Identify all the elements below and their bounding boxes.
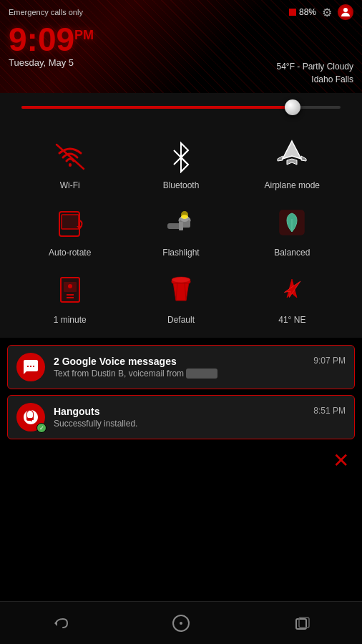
qs-bluetooth[interactable]: Bluetooth — [138, 135, 224, 190]
recent-button[interactable] — [288, 609, 316, 638]
autorotate-label: Auto-rotate — [49, 248, 91, 258]
compass-label: 41° NE — [278, 315, 305, 325]
gvoice-time: 9:07 PM — [313, 356, 346, 366]
flashlight-label: Flashlight — [162, 248, 199, 258]
brightness-slider-section[interactable] — [0, 93, 362, 122]
blurred-number — [186, 369, 217, 379]
emergency-text: Emergency calls only — [9, 8, 83, 16]
back-button[interactable] — [46, 609, 74, 638]
status-bar: Emergency calls only 88% ⚙ 9:09PM Tuesda… — [0, 0, 362, 93]
gvoice-icon — [16, 353, 45, 381]
qs-balanced[interactable]: Balanced — [249, 202, 335, 258]
svg-marker-33 — [54, 620, 57, 626]
flashlight-icon — [160, 202, 202, 243]
qs-default[interactable]: Default — [138, 269, 224, 325]
bluetooth-label: Bluetooth — [163, 180, 200, 190]
location-text: Idaho Falls — [276, 73, 353, 86]
qs-row-2: Auto-rotate Flashlight — [0, 196, 362, 263]
airplane-label: Airplane mode — [265, 180, 320, 190]
svg-marker-5 — [181, 157, 188, 172]
qs-airplane[interactable]: Airplane mode — [249, 135, 335, 190]
airplane-icon — [271, 135, 313, 176]
qs-wifi[interactable]: Wi-Fi — [27, 135, 113, 190]
battery-icon — [289, 9, 296, 16]
qs-row-3: 1 minute Default — [0, 263, 362, 331]
close-button[interactable]: ✕ — [333, 451, 349, 471]
wifi-label: Wi-Fi — [60, 180, 80, 190]
svg-point-0 — [343, 8, 348, 12]
slider-thumb[interactable] — [285, 99, 300, 115]
battery-percent: 88% — [299, 7, 316, 17]
svg-point-28 — [172, 277, 190, 283]
nav-bar — [0, 601, 362, 644]
quick-settings: Wi-Fi Bluetooth — [0, 122, 362, 338]
svg-marker-4 — [181, 143, 188, 157]
notif-hangouts[interactable]: ✓ Hangouts 8:51 PM Successfully installe… — [7, 395, 355, 439]
battery-indicator: 88% — [289, 7, 316, 17]
default-label: Default — [167, 315, 195, 325]
svg-rect-9 — [62, 215, 79, 229]
compass-icon — [271, 269, 313, 311]
balanced-icon — [271, 202, 313, 243]
gvoice-title: 2 Google Voice messages — [54, 356, 177, 367]
default-icon — [160, 269, 202, 311]
hangouts-body: Hangouts 8:51 PM Successfully installed. — [54, 406, 346, 429]
weather-section: 54°F - Partly Cloudy Idaho Falls — [276, 60, 353, 86]
qs-1minute[interactable]: 1 minute — [27, 269, 113, 325]
1minute-label: 1 minute — [54, 315, 87, 325]
home-button[interactable] — [167, 609, 195, 638]
notifications-section: 2 Google Voice messages 9:07 PM Text fro… — [0, 338, 362, 439]
avatar-icon[interactable] — [338, 4, 353, 20]
slider-fill — [21, 106, 293, 109]
slider-track[interactable] — [21, 106, 341, 109]
svg-rect-16 — [179, 222, 183, 230]
svg-point-2 — [69, 164, 72, 167]
status-icons: 88% ⚙ — [289, 4, 353, 20]
close-section: ✕ — [0, 445, 362, 477]
time-display: 9:09PM — [9, 23, 353, 56]
qs-row-1: Wi-Fi Bluetooth — [0, 129, 362, 196]
hangouts-badge: ✓ — [36, 423, 47, 433]
svg-point-17 — [181, 211, 188, 218]
weather-text: 54°F - Partly Cloudy — [276, 60, 353, 73]
timer-icon — [49, 269, 91, 311]
hangouts-time: 8:51 PM — [313, 406, 346, 416]
hangouts-sub: Successfully installed. — [54, 419, 346, 429]
gvoice-body: 2 Google Voice messages 9:07 PM Text fro… — [54, 356, 346, 379]
bluetooth-icon — [160, 135, 202, 176]
svg-point-35 — [180, 622, 182, 625]
hangouts-icon-wrap: ✓ — [16, 403, 45, 431]
gvoice-sub: Text from Dustin B, voicemail from — [54, 369, 346, 379]
balanced-label: Balanced — [274, 248, 310, 258]
hangouts-title: Hangouts — [54, 406, 100, 417]
qs-autorotate[interactable]: Auto-rotate — [27, 202, 113, 258]
qs-flashlight[interactable]: Flashlight — [138, 202, 224, 258]
notif-gvoice[interactable]: 2 Google Voice messages 9:07 PM Text fro… — [7, 345, 355, 389]
svg-point-24 — [68, 284, 72, 288]
autorotate-icon — [49, 202, 91, 243]
gear-icon[interactable]: ⚙ — [322, 6, 332, 19]
wifi-icon — [49, 135, 91, 176]
qs-compass[interactable]: 41° NE — [249, 269, 335, 325]
